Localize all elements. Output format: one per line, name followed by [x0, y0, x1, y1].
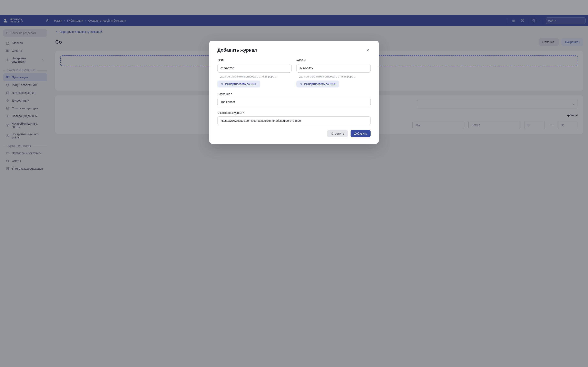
sidebar-item-label: Настройки аналитики [12, 57, 39, 63]
svg-point-9 [6, 32, 8, 34]
sidebar-search-placeholder: Поиск по разделам [10, 31, 36, 35]
pin-icon [46, 19, 49, 22]
sidebar-item-estimates[interactable]: Сметы [3, 157, 47, 165]
pages-label: траницы [567, 114, 578, 117]
browser-whitespace [0, 0, 588, 15]
sidebar: Поиск по разделам Главная Отчеты Настрой… [0, 26, 51, 367]
gear-icon [6, 134, 9, 138]
sidebar-item-label: Списки литературы [12, 107, 38, 110]
svg-point-6 [533, 20, 535, 21]
breadcrumb-item: Создание новой публикации [88, 19, 126, 22]
sidebar-item-label: Диссертации [12, 99, 29, 102]
help-icon [521, 19, 524, 22]
form-card-2: траницы — [55, 95, 583, 134]
divider [508, 18, 508, 23]
gear-icon [6, 58, 9, 62]
logo[interactable]: SechenovUniversity [2, 18, 23, 24]
topbar: SechenovUniversity Наука › Публикации › … [0, 15, 588, 26]
svg-point-14 [7, 125, 8, 125]
home-icon [6, 41, 9, 45]
sidebar-item-sci-accounting-settings[interactable]: Настройки научного учёта [3, 131, 47, 141]
fingerprint-icon [532, 19, 536, 22]
svg-point-7 [534, 20, 534, 21]
layers-icon [6, 83, 9, 87]
breadcrumb: Наука › Публикации › Создание новой публ… [54, 19, 126, 22]
sidebar-item-journals[interactable]: Научные издания [3, 89, 47, 97]
graduation-icon [6, 99, 9, 102]
volume-input[interactable] [412, 121, 464, 129]
sidebar-item-reports[interactable]: Отчеты [3, 47, 47, 55]
svg-point-10 [7, 59, 8, 60]
topbar-right [508, 17, 586, 24]
svg-point-13 [7, 116, 8, 117]
breadcrumb-item[interactable]: Публикации [67, 19, 83, 22]
sidebar-item-label: Научные издания [12, 91, 35, 94]
sidebar-item-rid[interactable]: РИД и объекты ИС [3, 81, 47, 89]
svg-point-0 [4, 19, 6, 21]
divider [528, 18, 528, 23]
main-content: Вернуться в список публикаций Со Отменит… [51, 26, 588, 367]
receipt-icon [6, 167, 9, 170]
sidebar-item-partners[interactable]: Партнеры и заказчики [3, 149, 47, 157]
newspaper-icon [6, 91, 9, 95]
gear-icon [6, 114, 9, 118]
page-to-input[interactable] [558, 121, 578, 129]
sidebar-item-reference-lists[interactable]: Списки литературы [3, 104, 47, 112]
svg-point-1 [514, 20, 514, 20]
chevron-right-icon: › [64, 19, 65, 22]
settings-button[interactable] [510, 17, 517, 24]
svg-point-5 [533, 19, 535, 22]
global-search[interactable] [546, 17, 586, 24]
page-title: Со [55, 39, 62, 45]
book-open-icon [6, 75, 9, 79]
sidebar-item-label: Сметы [12, 159, 21, 162]
chevron-down-icon [42, 58, 45, 61]
chevron-right-icon: › [85, 19, 86, 22]
breadcrumb-item[interactable]: Наука [54, 19, 62, 22]
sidebar-item-label: Настройки научного учёта [12, 133, 45, 139]
sidebar-item-analytics-settings[interactable]: Настройки аналитики [3, 55, 47, 65]
sidebar-section-admin: АДМИН. СЕРВИСЫ [3, 145, 47, 148]
sidebar-item-label: Главная [12, 42, 23, 45]
sidebar-item-label: Валидация данных [12, 114, 37, 118]
sidebar-item-sci-tools-settings[interactable]: Настройки научных инстр. [3, 120, 47, 131]
sidebar-item-publications[interactable]: Публикации [3, 73, 47, 81]
dropzone[interactable] [60, 55, 578, 66]
sidebar-item-label: Учёт расходов/доходов [12, 167, 43, 170]
briefcase-icon [6, 151, 9, 155]
avatar [531, 17, 537, 24]
chevron-left-icon [55, 30, 58, 33]
help-button[interactable] [519, 17, 526, 24]
logo-icon [2, 18, 8, 24]
chevron-down-icon [572, 103, 575, 106]
gear-icon [6, 123, 9, 127]
page-from-input[interactable] [524, 121, 545, 129]
select-field[interactable] [417, 100, 578, 108]
number-input[interactable] [468, 121, 520, 129]
list-icon [6, 106, 9, 110]
save-button[interactable]: Сохранить [562, 38, 583, 46]
user-menu[interactable] [531, 17, 541, 24]
sliders-icon [512, 19, 515, 22]
sidebar-item-label: Настройки научных инстр. [12, 122, 45, 128]
form-card-1 [55, 50, 583, 91]
sidebar-item-expenses[interactable]: Учёт расходов/доходов [3, 165, 47, 173]
sidebar-item-label: Публикации [12, 76, 28, 79]
sidebar-item-label: РИД и объекты ИС [12, 83, 37, 87]
sidebar-search[interactable]: Поиск по разделам [3, 29, 47, 37]
book-icon [6, 49, 9, 53]
search-input[interactable] [548, 19, 584, 22]
svg-point-2 [513, 20, 513, 21]
pin-button[interactable] [44, 17, 51, 24]
sidebar-item-label: Партнеры и заказчики [12, 151, 41, 155]
svg-rect-16 [6, 152, 9, 154]
divider [543, 18, 543, 23]
sidebar-item-dissertations[interactable]: Диссертации [3, 97, 47, 104]
cancel-button[interactable]: Отменить [539, 38, 559, 46]
sidebar-item-home[interactable]: Главная [3, 39, 47, 47]
sidebar-item-validation[interactable]: Валидация данных [3, 112, 47, 120]
back-link-label: Вернуться в список публикаций [60, 30, 102, 33]
bank-icon [6, 159, 9, 163]
range-separator: — [549, 121, 554, 129]
back-link[interactable]: Вернуться в список публикаций [55, 30, 102, 33]
